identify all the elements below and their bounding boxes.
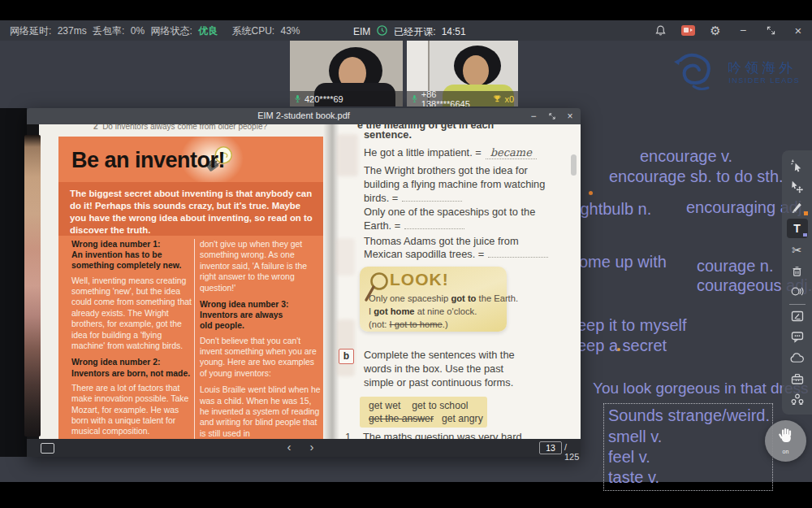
look-line: (not: I got to home.) xyxy=(369,319,448,329)
brand-label: EIM xyxy=(353,26,370,37)
article-title: Be an inventor! xyxy=(71,148,225,173)
close-button[interactable]: × xyxy=(791,23,806,37)
thumbnail-view-icon[interactable] xyxy=(41,443,54,454)
annotation-text[interactable]: Sounds strange/weird. xyxy=(608,406,770,425)
annotation-selection-box[interactable]: Sounds strange/weird. smell v. feel v. t… xyxy=(603,403,773,491)
toolbox-tool[interactable] xyxy=(787,370,808,388)
annotation-text[interactable]: courage n. xyxy=(697,257,774,276)
article-be-an-inventor: Be an inventor! The biggest secret about… xyxy=(58,137,323,439)
word-bank-box: get wetget to school get the answerget a… xyxy=(360,397,487,428)
book-section-header: 2 Do inventors always come from older pe… xyxy=(93,124,267,131)
next-page-button[interactable]: › xyxy=(304,440,319,454)
person-face xyxy=(463,55,489,86)
pdf-bottom-bar: ‹ › 13 / 125 xyxy=(27,439,581,457)
page-number-input[interactable]: 13 xyxy=(539,441,562,454)
participant-name: 420****69 xyxy=(304,94,343,104)
cloud-tool[interactable] xyxy=(787,349,808,367)
braille-paragraph: Louis Braille went blind when he was a c… xyxy=(200,384,322,439)
bell-icon[interactable] xyxy=(653,23,667,37)
column2-paragraph: don't give up when they get something wr… xyxy=(200,239,322,293)
scissors-tool[interactable]: ✂ xyxy=(787,241,808,259)
pdf-page-view: 2 Do inventors always come from older pe… xyxy=(27,124,581,439)
trophy-icon xyxy=(493,94,502,103)
group-tool[interactable] xyxy=(787,390,808,408)
annotation-dot xyxy=(617,348,620,351)
raise-hand-button[interactable]: on xyxy=(765,420,806,462)
pdf-title: EIM 2-student book.pdf xyxy=(27,111,581,120)
annotation-text[interactable]: smell v. xyxy=(608,428,662,446)
exercise-b-label: b xyxy=(339,349,354,364)
exercise-b-prompt: simple or past continuous forms. xyxy=(364,376,513,389)
watermark-cn: 吟领海外 xyxy=(728,59,796,77)
packet-loss-value: 0% xyxy=(131,25,145,37)
net-delay-label: 网络延时: xyxy=(10,25,51,37)
board-tool[interactable] xyxy=(787,307,808,325)
handwritten-answer: became xyxy=(486,146,537,159)
participant-name: +86 138****6645 xyxy=(421,89,486,107)
pen-tool[interactable] xyxy=(787,198,808,216)
page-bleedthrough xyxy=(335,238,355,276)
answer-blank xyxy=(488,248,548,258)
pdf-viewer-window: EIM 2-student book.pdf − × 2 Do inventor… xyxy=(27,108,581,457)
wrong-idea-2-body: There are a lot of factors that make inn… xyxy=(71,383,195,437)
page-bleedthrough xyxy=(337,134,358,176)
video-feed-teacher[interactable]: 420****69 xyxy=(290,41,403,106)
annotation-dot xyxy=(589,191,593,195)
scroll-indicator[interactable] xyxy=(571,154,577,176)
laser-pointer-tool[interactable] xyxy=(787,157,808,175)
annotation-text[interactable]: encourage v. xyxy=(640,147,732,166)
video-feed-student[interactable]: +86 138****6645 x0 xyxy=(407,41,518,106)
article-column-2: don't give up when they get something wr… xyxy=(200,239,322,439)
wrong-idea-2-heading: Wrong idea number 2: Inventors are born,… xyxy=(71,357,195,378)
trash-tool[interactable] xyxy=(787,262,808,280)
shapes-tool[interactable] xyxy=(787,283,808,301)
chat-tool[interactable] xyxy=(787,328,808,346)
article-intro-band: The biggest secret about inventing is th… xyxy=(58,182,323,236)
pen-color-indicator xyxy=(804,211,808,215)
pdf-minimize-button[interactable]: − xyxy=(527,111,540,122)
move-tool[interactable] xyxy=(787,177,808,195)
annotation-text[interactable]: taste v. xyxy=(608,468,659,487)
exercise-line: The Wright brothers got the idea for xyxy=(364,164,528,176)
word-bank-line: get the answerget angry xyxy=(369,413,483,424)
pdf-maximize-button[interactable] xyxy=(546,111,559,123)
annotation-text[interactable]: feel v. xyxy=(608,448,650,467)
settings-gear-icon[interactable]: ⚙ xyxy=(708,23,723,37)
page-bleedthrough xyxy=(337,319,355,376)
exercise-line: He got a little impatient. =became xyxy=(364,146,537,158)
maximize-button[interactable] xyxy=(763,23,778,37)
background-window-edge xyxy=(0,108,27,457)
pdf-title-bar[interactable]: EIM 2-student book.pdf − × xyxy=(27,108,581,124)
article-column-1: Wrong idea number 1: An invention has to… xyxy=(71,239,195,439)
annotation-text[interactable]: encourage sb. to do sth. xyxy=(609,167,784,186)
text-color-indicator xyxy=(803,233,807,237)
annotation-text[interactable]: ightbulb n. xyxy=(577,200,651,219)
prev-page-button[interactable]: ‹ xyxy=(282,440,296,454)
video-label: 420****69 xyxy=(290,91,403,106)
annotation-text[interactable]: eep it to myself xyxy=(577,316,687,335)
watermark-en: INSIDER LEADS xyxy=(728,76,800,85)
hand-button-label: on xyxy=(765,449,806,454)
annotation-text[interactable]: ome up with xyxy=(579,253,667,271)
exercise-line: sentence. xyxy=(364,128,412,141)
wrong-idea-1-heading: Wrong idea number 1: An invention has to… xyxy=(71,239,195,271)
look-line: Only one spaceship got to the Earth. xyxy=(369,293,518,303)
annotation-text[interactable]: You look gorgeous in that dress xyxy=(593,380,808,397)
class-started-label: 已经开课: xyxy=(394,25,435,39)
look-line: I got home at nine o'clock. xyxy=(369,306,477,316)
exercise-line: Thomas Adams got the juice from xyxy=(364,235,519,247)
camera-arm-sliver xyxy=(24,135,41,436)
network-stats: 网络延时: 237ms 丢包率: 0% 网络状态: 优良 系统CPU: 43% xyxy=(10,24,304,38)
exercise-b-prompt: Complete the sentences with the xyxy=(364,349,515,361)
minimize-button[interactable]: − xyxy=(736,23,750,37)
net-status-value: 优良 xyxy=(198,25,218,37)
word-bank-line: get wetget to school xyxy=(369,400,468,411)
exercise-line: Mexican sapodilla trees. = xyxy=(364,248,548,260)
cpu-label: 系统CPU: xyxy=(231,25,274,37)
article-intro: The biggest secret about inventing is th… xyxy=(70,188,313,237)
look-callout-box: LOOK! Only one spaceship got to the Eart… xyxy=(360,267,507,332)
pdf-close-button[interactable]: × xyxy=(564,111,577,122)
record-icon[interactable] xyxy=(680,23,695,37)
annotation-text[interactable]: eep a secret xyxy=(577,336,667,355)
text-tool[interactable]: T xyxy=(787,219,808,238)
